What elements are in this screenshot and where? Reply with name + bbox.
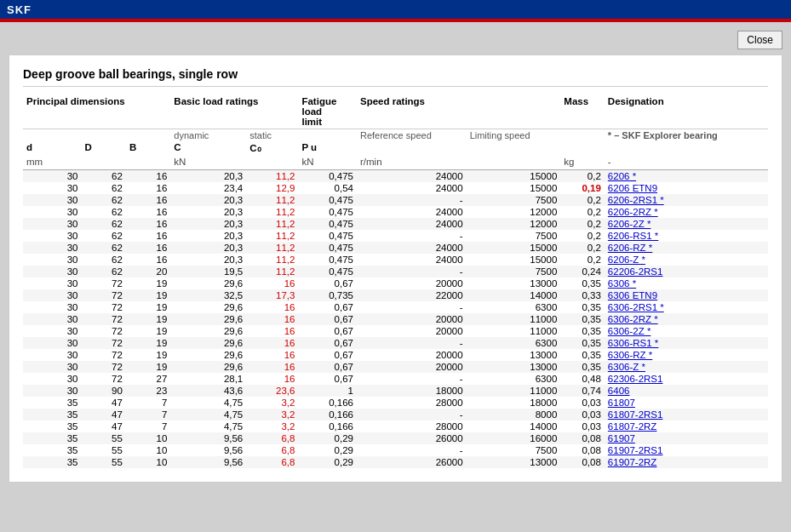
data-cell: 62: [82, 218, 126, 230]
data-cell: 62: [82, 206, 126, 218]
designation-cell[interactable]: 6206-2RZ *: [605, 206, 768, 218]
data-cell: 11000: [467, 385, 561, 397]
table-row: 30721932,517,30,73522000140000,336306 ET…: [23, 289, 768, 301]
table-row: 30621620,311,20,475-75000,26206-2RS1 *: [23, 194, 768, 206]
data-cell: -: [357, 444, 467, 456]
data-cell: 16: [246, 373, 298, 385]
data-cell: 0,67: [298, 325, 357, 337]
data-cell: 24000: [357, 254, 467, 266]
data-cell: 19: [126, 313, 170, 325]
limspeed-subheader: Limiting speed: [467, 129, 561, 142]
unit-kN-fatigue: kN: [298, 155, 357, 170]
data-cell: 26000: [357, 432, 467, 444]
data-cell: 29,6: [170, 301, 246, 313]
data-cell: 62: [82, 170, 126, 183]
data-cell: 29,6: [170, 349, 246, 361]
data-cell: 16: [126, 170, 170, 183]
designation-cell[interactable]: 61807: [605, 397, 768, 409]
data-cell: 43,6: [170, 385, 246, 397]
designation-cell[interactable]: 6206-RZ *: [605, 242, 768, 254]
table-row: 30621620,311,20,47524000120000,26206-2RZ…: [23, 206, 768, 218]
data-cell: 0,35: [560, 277, 605, 289]
designation-cell[interactable]: 6206-2Z *: [605, 218, 768, 230]
header-row-3: d D B C C₀ P u: [23, 141, 768, 155]
data-cell: 23,6: [246, 385, 298, 397]
designation-cell[interactable]: 61807-2RS1: [605, 409, 768, 420]
designation-cell[interactable]: 6406: [605, 385, 768, 397]
data-cell: 72: [82, 349, 126, 361]
designation-cell[interactable]: 6206-2RS1 *: [605, 194, 768, 206]
designation-cell[interactable]: 61907-2RS1: [605, 444, 768, 456]
data-cell: 15000: [467, 254, 561, 266]
data-cell: 23: [126, 385, 170, 397]
data-cell: 12000: [467, 218, 561, 230]
data-cell: 0,35: [560, 301, 605, 313]
designation-cell[interactable]: 6306-2RS1 *: [605, 301, 768, 313]
data-cell: 11000: [467, 313, 561, 325]
designation-cell[interactable]: 6306 ETN9: [605, 289, 768, 301]
data-cell: 0,67: [298, 277, 357, 289]
data-cell: 0,35: [560, 361, 605, 373]
data-cell: 0,2: [560, 170, 605, 183]
data-cell: 29,6: [170, 361, 246, 373]
unit-row: mm kN kN r/min kg -: [23, 155, 768, 170]
data-cell: 11,2: [246, 170, 298, 183]
data-cell: 26000: [357, 456, 467, 468]
designation-cell[interactable]: 6206-Z *: [605, 254, 768, 266]
designation-cell[interactable]: 6306-Z *: [605, 361, 768, 373]
data-cell: 0,03: [560, 420, 605, 432]
table-row: 354774,753,20,166-80000,0361807-2RS1: [23, 409, 768, 420]
data-cell: 24000: [357, 182, 467, 194]
table-row: 3555109,566,80,2926000130000,0861907-2RZ: [23, 456, 768, 468]
designation-cell[interactable]: 6206-RS1 *: [605, 230, 768, 242]
data-cell: 7500: [467, 444, 561, 456]
data-cell: 47: [82, 397, 126, 409]
designation-cell[interactable]: 62206-2RS1: [605, 266, 768, 277]
data-cell: 35: [23, 444, 82, 456]
data-cell: 4,75: [170, 397, 246, 409]
data-cell: 0,74: [560, 385, 605, 397]
data-cell: 0,67: [298, 361, 357, 373]
designation-cell[interactable]: 6306-RS1 *: [605, 337, 768, 349]
data-cell: 19: [126, 349, 170, 361]
data-cell: 7: [126, 397, 170, 409]
data-cell: 20000: [357, 325, 467, 337]
data-cell: 12000: [467, 206, 561, 218]
data-cell: 0,03: [560, 409, 605, 420]
d-label: d: [23, 141, 82, 155]
data-cell: 72: [82, 373, 126, 385]
data-cell: 0,475: [298, 194, 357, 206]
designation-cell[interactable]: 61807-2RZ: [605, 420, 768, 432]
designation-cell[interactable]: 61907: [605, 432, 768, 444]
data-cell: 0,24: [560, 266, 605, 277]
designation-cell[interactable]: 6306-2Z *: [605, 325, 768, 337]
data-cell: 30: [23, 170, 82, 183]
desig-explorer: * – SKF Explorer bearing: [605, 129, 768, 142]
data-cell: 6300: [467, 337, 561, 349]
data-cell: 72: [82, 277, 126, 289]
designation-cell[interactable]: 6306 *: [605, 277, 768, 289]
designation-cell[interactable]: 62306-2RS1: [605, 373, 768, 385]
data-cell: 16: [126, 194, 170, 206]
designation-cell[interactable]: 6206 *: [605, 170, 768, 183]
designation-cell[interactable]: 61907-2RZ: [605, 456, 768, 468]
mass-label: [560, 141, 605, 155]
Pu-subheader: [298, 129, 357, 142]
designation-cell[interactable]: 6306-2RZ *: [605, 313, 768, 325]
data-cell: -: [357, 337, 467, 349]
data-cell: 0,67: [298, 349, 357, 361]
data-cell: 20000: [357, 349, 467, 361]
close-button[interactable]: Close: [737, 31, 782, 49]
data-cell: 20,3: [170, 254, 246, 266]
data-cell: 16000: [467, 432, 561, 444]
data-cell: 30: [23, 373, 82, 385]
data-cell: 6300: [467, 301, 561, 313]
data-cell: 30: [23, 349, 82, 361]
data-cell: 12,9: [246, 182, 298, 194]
data-cell: 13000: [467, 277, 561, 289]
designation-cell[interactable]: 6206 ETN9: [605, 182, 768, 194]
data-cell: 16: [246, 325, 298, 337]
data-cell: 14000: [467, 420, 561, 432]
data-cell: 28000: [357, 420, 467, 432]
designation-cell[interactable]: 6306-RZ *: [605, 349, 768, 361]
